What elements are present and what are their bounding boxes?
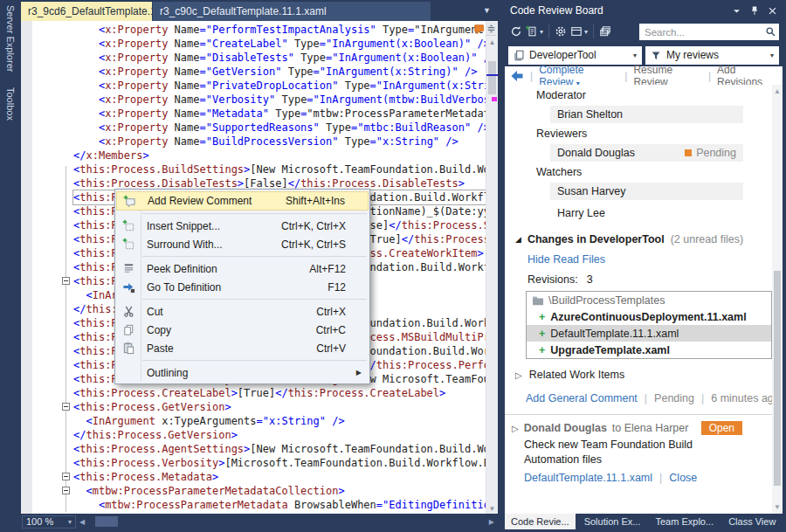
section-label-reviewers: Reviewers — [536, 128, 783, 140]
back-arrow-icon[interactable] — [510, 69, 524, 83]
code-line[interactable]: <this:Process.AgentSettings>[New Microso… — [73, 442, 486, 456]
chevron-down-icon: ▾ — [584, 28, 588, 36]
new-review-button[interactable]: ▾ — [526, 25, 543, 38]
scrollbar-thumb[interactable] — [95, 516, 118, 527]
code-line[interactable]: <mtbw:ProcessParameterMetadataCollection… — [73, 484, 486, 498]
horizontal-scrollbar[interactable] — [88, 516, 486, 527]
dock-tab-toolbox[interactable]: Toolbox — [5, 87, 16, 121]
code-line[interactable]: <x:Property Name="PrivateDropLocation" T… — [73, 79, 486, 93]
person-row-susan-harvey[interactable]: Susan Harvey — [550, 183, 743, 200]
fold-toggle-icon[interactable] — [62, 487, 70, 494]
person-row-donald-douglas[interactable]: Donald DouglasPending — [550, 144, 743, 162]
code-line[interactable]: <x:Property Name="Verbosity" Type="InArg… — [73, 93, 486, 107]
code-review-board-panel: Code Review Board ▾ ▾ DeveloperTool ▾ — [505, 2, 783, 529]
person-row-harry-lee[interactable]: Harry Lee — [550, 204, 743, 222]
scrollbar-thumb[interactable] — [774, 271, 781, 486]
annotation-marker — [492, 97, 497, 101]
goto-icon — [116, 280, 141, 294]
bottom-tab-code-revie[interactable]: Code Revie... — [505, 514, 576, 529]
code-line[interactable]: <this:Process.CreateLabel>[True]</this:P… — [73, 386, 486, 400]
code-line[interactable]: <x:Property Name="BuildProcessVersion" T… — [73, 135, 486, 149]
code-line[interactable]: <this:Process.BuildSettings>[New Microso… — [73, 162, 486, 176]
scroll-left-icon[interactable]: ◀ — [76, 518, 88, 526]
scroll-down-icon[interactable]: ▼ — [486, 505, 498, 513]
section-label-moderator: Moderator — [536, 89, 783, 101]
chevron-down-icon: ▾ — [540, 28, 543, 36]
code-line[interactable]: <x:Property Name="Metadata" Type="mtbw:P… — [73, 107, 486, 121]
code-line[interactable]: <x:Property Name="CreateLabel" Type="InA… — [73, 37, 486, 51]
filter-icon — [651, 50, 662, 61]
scroll-up-icon[interactable]: ▲ — [486, 37, 498, 48]
editor-vertical-scrollbar[interactable]: ▲ ▼ — [486, 21, 498, 514]
menu-item-outlining[interactable]: Outlining▶ — [116, 363, 369, 382]
code-line[interactable]: <this:Process.GetVersion> — [73, 400, 486, 414]
menu-item-cut[interactable]: CutCtrl+X — [116, 302, 369, 321]
zoom-combo[interactable]: 100 % ▾ — [22, 515, 76, 529]
close-icon[interactable] — [768, 6, 777, 16]
code-line[interactable]: <x:Property Name="SupportedReasons" Type… — [73, 121, 486, 135]
changes-section-header[interactable]: ◢ Changes in DeveloperTool (2 unread fil… — [515, 233, 783, 245]
code-line[interactable]: <x:Property Name="DisableTests" Type="In… — [73, 51, 486, 65]
panel-title-bar: Code Review Board — [505, 2, 783, 19]
file-item-defaulttemplate-11-1-xaml[interactable]: +DefaultTemplate.11.1.xaml — [527, 325, 771, 342]
file-item-azurecontinuousdeployment-11-xaml[interactable]: +AzureContinuousDeployment.11.xaml — [527, 308, 771, 325]
related-work-items-header[interactable]: ▷ Related Work Items — [515, 369, 783, 381]
project-combo[interactable]: DeveloperTool ▾ — [508, 46, 642, 65]
cascade-windows-icon[interactable] — [599, 25, 611, 38]
menu-item-go-to-definition[interactable]: Go To DefinitionF12 — [116, 278, 369, 296]
doc-tab-inactive[interactable]: r3_c90c_DefaultTemplate.11.1.xaml — [153, 2, 431, 21]
scroll-down-icon[interactable]: ▼ — [772, 503, 783, 511]
gear-icon[interactable] — [555, 25, 567, 38]
comment-file-link[interactable]: DefaultTemplate.11.1.xaml — [524, 472, 652, 484]
review-comment-bubble-icon[interactable] — [472, 24, 486, 36]
cut-icon — [116, 305, 141, 318]
file-list: +AzureContinuousDeployment.11.xaml+Defau… — [527, 308, 771, 358]
code-line[interactable]: </x:Members> — [73, 149, 486, 162]
panel-vertical-scrollbar[interactable]: ▲ ▼ — [772, 85, 783, 514]
section-label-watchers: Watchers — [536, 166, 783, 178]
caret-position-marker — [486, 74, 498, 76]
bottom-tab-solution-ex[interactable]: Solution Ex... — [578, 514, 647, 529]
code-line[interactable]: </this:Process.GetVersion> — [73, 428, 486, 442]
hide-read-files-link[interactable]: Hide Read Files — [527, 253, 605, 266]
folder-row[interactable]: \BuildProcessTemplates — [527, 292, 771, 308]
fold-toggle-icon[interactable] — [62, 473, 70, 480]
code-line[interactable]: <x:Property Name="PerformTestImpactAnaly… — [73, 23, 486, 37]
file-item-upgradetemplate-xaml[interactable]: +UpgradeTemplate.xaml — [527, 342, 771, 358]
code-line[interactable]: <InArgument x:TypeArguments="x:String" /… — [73, 414, 486, 428]
splitter-grip-icon[interactable] — [486, 23, 496, 36]
scrollbar-thumb[interactable] — [488, 61, 496, 94]
bottom-tab-class-view[interactable]: Class View — [722, 514, 782, 529]
menu-item-surround-with[interactable]: Surround With...Ctrl+K, Ctrl+S — [116, 235, 369, 253]
person-row-brian-shelton[interactable]: Brian Shelton — [550, 106, 743, 123]
code-line[interactable]: <x:Property Name="GetVersion" Type="InAr… — [73, 65, 486, 79]
menu-item-copy[interactable]: CopyCtrl+C — [116, 321, 369, 339]
code-line[interactable]: <this:Process.Metadata> — [73, 470, 486, 484]
fold-toggle-icon[interactable] — [62, 403, 70, 411]
menu-item-paste[interactable]: PasteCtrl+V — [116, 339, 369, 357]
add-general-comment-link[interactable]: Add General Comment — [526, 392, 638, 404]
close-comment-link[interactable]: Close — [669, 472, 697, 484]
bottom-tab-team-explo[interactable]: Team Explo... — [649, 514, 720, 529]
refresh-icon[interactable] — [510, 25, 522, 38]
menu-item-add-review-comment[interactable]: Add Review CommentShift+Alt+Ins — [116, 191, 369, 211]
pin-icon[interactable] — [749, 5, 760, 16]
expanded-triangle-icon: ◢ — [515, 235, 521, 244]
comment-thread-header[interactable]: ▷ Donald Douglas to Elena Harper Open — [512, 421, 742, 435]
reviews-filter-combo[interactable]: My reviews ▾ — [645, 46, 779, 65]
dock-tab-server-explorer[interactable]: Server Explorer — [5, 5, 16, 72]
code-line[interactable]: <this:Process.Verbosity>[Microsoft.TeamF… — [73, 456, 486, 470]
menu-separator — [142, 256, 367, 257]
window-position-chevron-icon[interactable] — [732, 6, 741, 16]
search-input[interactable] — [639, 24, 779, 40]
fold-toggle-icon[interactable] — [62, 277, 70, 285]
menu-item-peek-definition[interactable]: Peek DefinitionAlt+F12 — [116, 259, 369, 278]
doc-tab-active[interactable]: r3_9cd6_DefaultTemplate.11.1.xaml — [21, 2, 152, 21]
layout-button[interactable]: ▾ — [570, 25, 588, 38]
menu-item-insert-snippet[interactable]: Insert Snippet...Ctrl+K, Ctrl+X — [116, 217, 369, 235]
search-icon[interactable] — [765, 26, 776, 38]
code-line[interactable]: <mtbw:ProcessParameterMetadata Browsable… — [73, 498, 486, 512]
tab-list-chevron-icon[interactable]: ▼ — [483, 6, 491, 15]
scroll-right-icon[interactable]: ▶ — [486, 518, 498, 526]
scroll-up-icon[interactable]: ▲ — [772, 85, 783, 95]
